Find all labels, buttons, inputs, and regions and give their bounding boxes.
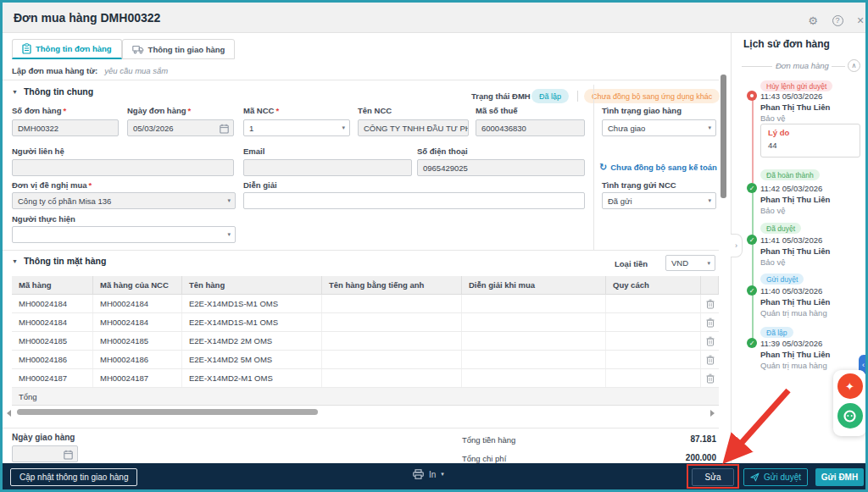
cell-name[interactable]: E2E-X14MD1S-M1 OMS — [182, 313, 322, 331]
delete-row-button[interactable] — [701, 313, 719, 331]
cell-name[interactable]: E2E-X14MD1S-M1 OMS — [182, 295, 322, 312]
cell-purchase-note[interactable] — [462, 313, 606, 331]
tab-order-info[interactable]: Thông tin đơn hàng — [12, 39, 122, 59]
table-row[interactable]: MH00024187 MH00024187 E2E-X14MD2-M1 OMS — [12, 369, 719, 388]
timeline-role: Bảo vệ — [760, 206, 786, 215]
delete-row-button[interactable] — [701, 295, 719, 312]
send-status-select[interactable]: Đã gửi▾ — [602, 192, 716, 209]
chevron-down-icon[interactable]: ▾ — [227, 197, 231, 204]
cell-supplier-code[interactable]: MH00024185 — [93, 332, 182, 350]
chevron-down-icon[interactable]: ▾ — [342, 124, 345, 131]
chevron-down-icon[interactable]: ▾ — [708, 124, 711, 131]
table-row[interactable]: MH00024185 MH00024185 E2E-X14MD2 2M OMS — [12, 332, 719, 351]
trash-icon — [706, 336, 715, 346]
email-field[interactable] — [243, 159, 412, 176]
delivery-date-field[interactable] — [12, 445, 78, 462]
printer-icon — [413, 469, 424, 479]
calendar-icon[interactable] — [220, 124, 229, 134]
tab-bar: Thông tin đơn hàng Thông tin giao hàng — [12, 39, 235, 59]
history-collapse-toggle[interactable]: ∧ — [848, 59, 860, 72]
print-button[interactable]: In ▾ — [413, 469, 444, 479]
cell-code[interactable]: MH00024184 — [12, 295, 93, 312]
vertical-scrollbar[interactable] — [721, 75, 726, 198]
tax-code-field[interactable]: 6000436830 — [476, 119, 585, 136]
cell-spec[interactable] — [606, 369, 701, 387]
contact-label: Người liên hệ — [12, 146, 64, 156]
cell-spec[interactable] — [606, 351, 701, 368]
cell-purchase-note[interactable] — [462, 369, 606, 387]
table-row[interactable]: MH00024186 MH00024186 E2E-X14MD2 5M OMS — [12, 351, 719, 369]
cell-name-en[interactable] — [322, 369, 462, 387]
cell-supplier-code[interactable]: MH00024186 — [93, 351, 182, 368]
gear-icon[interactable]: ⚙ — [805, 13, 821, 28]
order-date-field[interactable]: 05/03/2026 — [127, 119, 234, 136]
delete-row-button[interactable] — [701, 332, 719, 350]
support-chat-button[interactable] — [837, 403, 863, 428]
delivery-status-label: Tình trạng giao hàng — [602, 106, 682, 115]
calendar-icon[interactable] — [64, 450, 73, 460]
chevron-down-icon[interactable]: ▾ — [707, 260, 710, 267]
order-no-field[interactable]: DMH00322 — [12, 119, 119, 136]
description-field[interactable] — [243, 192, 585, 209]
cell-supplier-code[interactable]: MH00024187 — [93, 369, 182, 387]
cell-code[interactable]: MH00024187 — [12, 369, 93, 387]
cell-supplier-code[interactable]: MH00024184 — [93, 295, 182, 312]
chevron-down-icon[interactable]: ▾ — [227, 231, 231, 238]
cell-name-en[interactable] — [322, 313, 462, 331]
cell-supplier-code[interactable]: MH00024184 — [93, 313, 182, 331]
executor-select[interactable]: ▾ — [12, 226, 236, 243]
cell-code[interactable]: MH00024186 — [12, 351, 93, 368]
timeline-dot-check-icon: ✓ — [747, 338, 757, 348]
cell-spec[interactable] — [606, 313, 701, 331]
cell-spec[interactable] — [606, 295, 701, 312]
horizontal-scrollbar[interactable] — [17, 409, 318, 415]
buying-unit-select[interactable]: Công ty cổ phần Misa 136▾ — [12, 192, 236, 209]
delete-row-button[interactable] — [701, 351, 719, 368]
section-general[interactable]: ▼ Thông tin chung — [12, 86, 93, 97]
cell-name[interactable]: E2E-X14MD2 2M OMS — [182, 332, 322, 350]
cell-name[interactable]: E2E-X14MD2-M1 OMS — [182, 369, 322, 387]
cell-name-en[interactable] — [322, 295, 462, 312]
timeline-role: Bảo vệ — [760, 113, 786, 123]
delivery-status-select[interactable]: Chưa giao▾ — [602, 119, 716, 136]
help-icon[interactable]: ? — [830, 13, 845, 28]
supplier-name-field[interactable]: CÔNG TY TNHH ĐẦU TƯ PH — [358, 119, 469, 136]
cell-name-en[interactable] — [322, 332, 462, 350]
sync-icon: ↻ — [599, 162, 607, 173]
chevron-down-icon[interactable]: ▾ — [441, 471, 444, 478]
cell-purchase-note[interactable] — [462, 351, 606, 368]
assistant-button[interactable]: ✦ — [837, 373, 863, 399]
timeline-user: Phan Thị Thu Liên — [760, 102, 830, 112]
send-po-button[interactable]: Gửi ĐMH — [815, 468, 864, 486]
contact-field[interactable] — [12, 159, 234, 176]
send-approval-button[interactable]: Gửi duyệt — [743, 468, 808, 486]
cell-spec[interactable] — [606, 332, 701, 350]
table-footer-label: Tổng — [19, 392, 37, 401]
edit-button[interactable]: Sửa — [692, 468, 734, 486]
cell-name-en[interactable] — [322, 351, 462, 368]
scroll-right-arrow[interactable] — [710, 410, 715, 417]
timeline-line — [752, 96, 754, 183]
close-icon[interactable]: × — [853, 13, 868, 28]
phone-field[interactable]: 0965429025 — [417, 159, 585, 176]
divider — [742, 66, 772, 67]
cell-purchase-note[interactable] — [462, 332, 606, 350]
supplier-code-select[interactable]: 1▾ — [243, 119, 350, 136]
table-row[interactable]: MH00024184 MH00024184 E2E-X14MD1S-M1 OMS — [12, 313, 719, 332]
table-row[interactable]: MH00024184 MH00024184 E2E-X14MD1S-M1 OMS — [12, 295, 719, 313]
currency-select[interactable]: VND▾ — [665, 255, 715, 271]
cell-purchase-note[interactable] — [462, 295, 606, 312]
section-items[interactable]: ▼ Thông tin mặt hàng — [12, 256, 106, 266]
cell-code[interactable]: MH00024184 — [12, 313, 93, 331]
scroll-left-arrow[interactable] — [7, 410, 11, 417]
delete-row-button[interactable] — [701, 369, 719, 387]
send-approval-label: Gửi duyệt — [764, 473, 801, 482]
sync-accounting-link[interactable]: ↻ Chưa đồng bộ sang kế toán — [599, 162, 717, 173]
chevron-down-icon[interactable]: ▾ — [708, 197, 711, 204]
tab-delivery-info[interactable]: Thông tin giao hàng — [122, 39, 236, 59]
cell-name[interactable]: E2E-X14MD2 5M OMS — [182, 351, 322, 368]
cell-code[interactable]: MH00024185 — [12, 332, 93, 350]
reason-box: Lý do 44 — [760, 124, 860, 158]
sidebar-collapse-tab[interactable]: › — [731, 234, 743, 257]
update-delivery-button[interactable]: Cập nhật thông tin giao hàng — [10, 468, 137, 486]
